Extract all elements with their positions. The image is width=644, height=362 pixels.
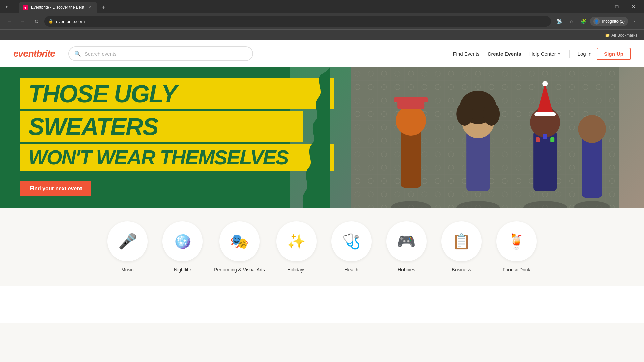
browser-toolbar: ← → ↻ 🔒 eventbrite.com 📡 ☆ 🧩 👤 Incognito…	[0, 13, 644, 29]
category-item-music[interactable]: 🎤 Music	[104, 221, 151, 273]
hero-text-line2-block: SWEATERS	[20, 111, 303, 142]
svg-rect-9	[394, 97, 428, 102]
menu-button[interactable]: ⋮	[629, 16, 640, 27]
window-controls: – □ ✕	[592, 0, 641, 13]
eventbrite-logo[interactable]: eventbrite	[13, 48, 55, 59]
svg-point-14	[456, 102, 473, 126]
food-drink-icon: 🍹	[507, 233, 526, 250]
nav-links: Find Events Create Events Help Center ▼ …	[453, 48, 631, 60]
tab-title: Eventbrite - Discover the Best	[31, 5, 84, 10]
category-item-holidays[interactable]: ✨ Holidays	[273, 221, 320, 273]
login-button[interactable]: Log In	[578, 48, 592, 59]
bookmarks-folder-icon: 📁	[605, 33, 610, 38]
search-input[interactable]	[85, 51, 247, 57]
hero-text-block: THOSE UGLY SWEATERS WON'T WEAR THEMSELVE…	[20, 78, 334, 171]
category-label-nightlife: Nightlife	[174, 267, 191, 273]
category-label-music: Music	[121, 267, 134, 273]
search-icon: 🔍	[74, 51, 81, 57]
svg-rect-26	[582, 137, 602, 198]
profile-label: Incognito (2)	[602, 19, 625, 24]
holidays-icon: ✨	[287, 233, 306, 250]
tab-close-button[interactable]: ✕	[87, 4, 93, 10]
hero-text-line2: SWEATERS	[28, 115, 294, 139]
category-item-performing-visual-arts[interactable]: 🎭 Performing & Visual Arts	[214, 221, 265, 273]
toolbar-right: 📡 ☆ 🧩 👤 Incognito (2) ⋮	[554, 16, 640, 27]
category-icon-hobbies: 🎮	[386, 221, 427, 261]
back-button[interactable]: ←	[4, 16, 15, 27]
category-icon-health: 🩺	[331, 221, 372, 261]
svg-rect-24	[550, 137, 554, 142]
categories-grid: 🎤 Music 🪩 Nightlife 🎭 Performing & Visua…	[20, 221, 624, 273]
business-icon: 📋	[452, 233, 471, 250]
profile-avatar: 👤	[593, 18, 600, 25]
category-icon-music: 🎤	[107, 221, 148, 261]
page-content: eventbrite 🔍 Find Events Create Events H…	[0, 40, 644, 323]
maximize-button[interactable]: □	[609, 0, 625, 13]
people-illustration	[325, 67, 644, 208]
svg-point-7	[396, 106, 426, 136]
lock-icon: 🔒	[48, 19, 53, 24]
category-label-food-drink: Food & Drink	[503, 267, 530, 273]
category-item-nightlife[interactable]: 🪩 Nightlife	[159, 221, 206, 273]
tab-favicon: e	[23, 5, 28, 10]
torn-edge-svg	[290, 67, 330, 208]
svg-rect-6	[401, 127, 421, 188]
find-events-link[interactable]: Find Events	[453, 51, 479, 57]
hero-text-line3: WON'T WEAR THEMSELVES	[28, 146, 288, 169]
category-item-hobbies[interactable]: 🎮 Hobbies	[383, 221, 430, 273]
url-text: eventbrite.com	[56, 19, 85, 24]
signup-button[interactable]: Sign Up	[597, 48, 631, 60]
navbar: eventbrite 🔍 Find Events Create Events H…	[0, 40, 644, 67]
hero-banner: THOSE UGLY SWEATERS WON'T WEAR THEMSELVE…	[0, 67, 644, 208]
category-icon-performing-visual-arts: 🎭	[219, 221, 260, 261]
browser-chrome: ▼ e Eventbrite - Discover the Best ✕ + –…	[0, 0, 644, 40]
search-bar[interactable]: 🔍	[68, 46, 253, 61]
category-icon-business: 📋	[441, 221, 482, 261]
tab-bar: e Eventbrite - Discover the Best ✕ +	[16, 1, 590, 13]
bookmarks-bar: 📁 All Bookmarks	[0, 29, 644, 40]
category-item-health[interactable]: 🩺 Health	[328, 221, 375, 273]
new-tab-button[interactable]: +	[98, 2, 109, 13]
tab-dropdown[interactable]: ▼	[3, 1, 11, 12]
bookmarks-label: All Bookmarks	[611, 33, 637, 38]
nightlife-icon: 🪩	[173, 233, 192, 250]
category-label-performing-visual-arts: Performing & Visual Arts	[214, 267, 265, 273]
hero-text-line3-block: WON'T WEAR THEMSELVES	[20, 144, 334, 171]
category-item-food-drink[interactable]: 🍹 Food & Drink	[493, 221, 540, 273]
category-item-business[interactable]: 📋 Business	[438, 221, 485, 273]
cast-icon[interactable]: 📡	[554, 16, 565, 27]
hero-text-line1-block: THOSE UGLY	[20, 78, 334, 109]
reload-button[interactable]: ↻	[31, 16, 42, 27]
category-label-hobbies: Hobbies	[398, 267, 415, 273]
svg-rect-11	[466, 131, 490, 191]
help-center-link[interactable]: Help Center ▼	[529, 51, 561, 57]
forward-button[interactable]: →	[17, 16, 28, 27]
create-events-link[interactable]: Create Events	[488, 51, 521, 57]
bookmark-icon[interactable]: ☆	[566, 16, 577, 27]
find-event-cta-button[interactable]: Find your next event	[20, 181, 91, 196]
category-icon-food-drink: 🍹	[496, 221, 537, 261]
category-label-holidays: Holidays	[287, 267, 306, 273]
active-tab[interactable]: e Eventbrite - Discover the Best ✕	[19, 2, 97, 13]
music-icon: 🎤	[118, 233, 137, 250]
close-button[interactable]: ✕	[626, 0, 641, 13]
category-label-health: Health	[345, 267, 358, 273]
svg-point-15	[483, 102, 500, 126]
nav-auth: Log In Sign Up	[578, 48, 631, 60]
svg-rect-22	[536, 137, 540, 142]
profile-button[interactable]: 👤 Incognito (2)	[590, 17, 628, 26]
svg-rect-20	[534, 112, 556, 116]
browser-titlebar: ▼ e Eventbrite - Discover the Best ✕ + –…	[0, 0, 644, 13]
hobbies-icon: 🎮	[397, 233, 416, 250]
help-center-chevron: ▼	[557, 52, 561, 56]
address-bar[interactable]: 🔒 eventbrite.com	[44, 16, 551, 27]
performing-visual-arts-icon: 🎭	[230, 233, 249, 250]
minimize-button[interactable]: –	[592, 0, 608, 13]
svg-point-21	[542, 81, 548, 86]
all-bookmarks-item[interactable]: 📁 All Bookmarks	[602, 32, 640, 38]
extensions-icon[interactable]: 🧩	[578, 16, 589, 27]
nav-divider	[569, 50, 570, 58]
categories-section: 🎤 Music 🪩 Nightlife 🎭 Performing & Visua…	[0, 208, 644, 286]
svg-point-27	[578, 115, 606, 143]
svg-rect-23	[543, 134, 547, 139]
